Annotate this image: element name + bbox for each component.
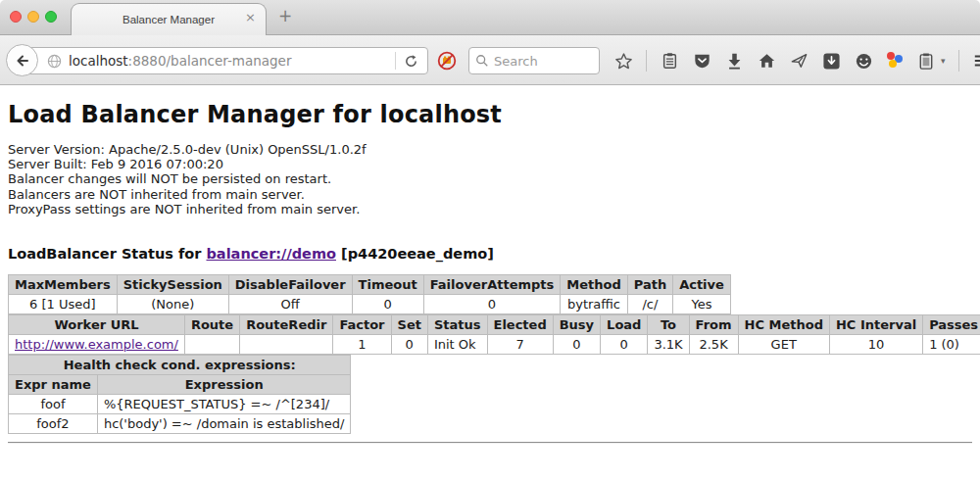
col-to: To	[648, 315, 689, 335]
val-passes: 1 (0)	[923, 335, 980, 355]
tab-balancer-manager[interactable]: Balancer Manager ×	[71, 3, 267, 35]
col-route: Route	[184, 315, 239, 335]
val-expression-foof2: hc('body') =~ /domain is established/	[97, 414, 351, 434]
url-text[interactable]: localhost:8880/balancer-manager	[69, 53, 395, 69]
col-failoverattempts: FailoverAttempts	[423, 275, 561, 295]
url-bar[interactable]: localhost:8880/balancer-manager	[23, 47, 428, 74]
col-worker-url: Worker URL	[9, 315, 185, 335]
search-icon	[475, 54, 489, 68]
col-expression: Expression	[97, 375, 351, 395]
balancer-demo-link[interactable]: balancer://demo	[206, 246, 336, 262]
addon-dots-icon[interactable]	[886, 52, 904, 70]
col-path: Path	[627, 275, 672, 295]
val-routeredir	[240, 335, 333, 355]
inherit-note-line: Balancers are NOT inherited from main se…	[8, 187, 972, 202]
status-heading-suffix: [p4420eeae_demo]	[336, 246, 494, 262]
globe-icon	[47, 54, 62, 69]
health-row-foof: foof %{REQUEST_STATUS} =~ /^[234]/	[9, 395, 351, 414]
col-factor: Factor	[333, 315, 391, 335]
download-panel-icon[interactable]	[821, 51, 841, 71]
val-expr-name-foof2: foof2	[9, 414, 98, 434]
page-content: Load Balancer Manager for localhost Serv…	[0, 86, 980, 481]
proxypass-note-line: ProxyPass settings are NOT inherited fro…	[8, 202, 972, 216]
val-stickysession: (None)	[117, 295, 228, 314]
toolbar-divider	[646, 50, 647, 72]
loadbalancer-status-heading: LoadBalancer Status for balancer://demo …	[8, 246, 972, 262]
browser-window: Balancer Manager × + localhost:8880/bala…	[0, 0, 980, 481]
toolbar-icons: ▾	[613, 47, 980, 74]
page-title: Load Balancer Manager for localhost	[8, 101, 972, 128]
feedback-smiley-icon[interactable]	[854, 51, 873, 71]
val-set: 0	[391, 335, 427, 355]
col-hc-interval: HC Interval	[829, 315, 922, 335]
persist-note-line: Balancer changes will NOT be persisted o…	[8, 171, 972, 186]
val-to: 3.1K	[648, 335, 689, 355]
menu-hamburger-icon[interactable]	[972, 51, 980, 71]
worker-data-row: http://www.example.com/ 1 0 Init Ok 7 0 …	[9, 335, 980, 355]
new-tab-button[interactable]: +	[278, 8, 292, 24]
col-disablefailover: DisableFailover	[228, 275, 352, 295]
val-timeout: 0	[352, 295, 423, 314]
col-busy: Busy	[553, 315, 600, 335]
bottom-divider	[8, 442, 972, 444]
val-hc-method: GET	[738, 335, 829, 355]
bookmark-star-icon[interactable]	[613, 51, 633, 71]
health-header-row: Expr name Expression	[9, 375, 351, 395]
val-expression-foof: %{REQUEST_STATUS} =~ /^[234]/	[97, 395, 351, 414]
val-busy: 0	[553, 335, 600, 355]
search-box[interactable]	[468, 47, 600, 74]
status-heading-prefix: LoadBalancer Status for	[8, 246, 206, 262]
pocket-icon[interactable]	[692, 51, 711, 71]
toolbar-divider-2	[958, 50, 959, 72]
col-passes: Passes	[923, 315, 980, 335]
downloads-icon[interactable]	[724, 51, 744, 71]
reload-icon[interactable]	[404, 54, 418, 69]
col-status: Status	[427, 315, 487, 335]
close-window-button[interactable]	[10, 11, 22, 23]
val-from: 2.5K	[689, 335, 738, 355]
home-icon[interactable]	[757, 51, 776, 71]
health-check-table: Health check cond. expressions: Expr nam…	[8, 355, 351, 434]
share-icon[interactable]	[789, 51, 808, 71]
balancer-data-row: 6 [1 Used] (None) Off 0 0 bytraffic /c/ …	[9, 295, 731, 314]
col-stickysession: StickySession	[117, 275, 228, 295]
val-elected: 7	[487, 335, 553, 355]
balancer-header-row: MaxMembers StickySession DisableFailover…	[9, 275, 731, 295]
col-hc-method: HC Method	[738, 315, 829, 335]
back-arrow-icon	[15, 53, 30, 69]
server-built-line: Server Built: Feb 9 2016 07:00:20	[8, 157, 972, 171]
chevron-down-icon[interactable]: ▾	[941, 56, 946, 66]
health-table-title: Health check cond. expressions:	[9, 356, 351, 375]
val-method: bytraffic	[561, 295, 627, 314]
col-elected: Elected	[487, 315, 553, 335]
blocked-glyph-icon	[437, 51, 457, 71]
worker-url-link[interactable]: http://www.example.com/	[15, 337, 178, 352]
col-expr-name: Expr name	[9, 375, 98, 395]
col-timeout: Timeout	[352, 275, 423, 295]
plugin-blocked-icon[interactable]	[437, 51, 457, 71]
urlbar-divider	[395, 52, 396, 70]
val-path: /c/	[627, 295, 672, 314]
col-active: Active	[673, 275, 731, 295]
tab-close-icon[interactable]: ×	[245, 11, 256, 24]
col-hc-from: From	[689, 315, 738, 335]
url-path: :8880/balancer-manager	[128, 53, 292, 69]
session-manager-icon[interactable]	[916, 51, 936, 71]
search-input[interactable]	[494, 54, 582, 69]
val-disablefailover: Off	[228, 295, 352, 314]
minimize-window-button[interactable]	[27, 11, 39, 23]
zoom-window-button[interactable]	[45, 11, 57, 23]
val-hc-interval: 10	[829, 335, 922, 355]
tab-bar: Balancer Manager × +	[0, 0, 980, 35]
reading-list-icon[interactable]	[660, 51, 679, 71]
back-button[interactable]	[6, 44, 38, 76]
col-load: Load	[601, 315, 648, 335]
server-info: Server Version: Apache/2.5.0-dev (Unix) …	[8, 142, 972, 216]
val-load: 0	[601, 335, 648, 355]
health-row-foof2: foof2 hc('body') =~ /domain is establish…	[9, 414, 351, 434]
url-host: localhost	[69, 53, 128, 69]
server-version-line: Server Version: Apache/2.5.0-dev (Unix) …	[8, 142, 972, 157]
worker-header-row: Worker URL Route RouteRedir Factor Set S…	[9, 315, 980, 335]
col-method: Method	[561, 275, 627, 295]
val-factor: 1	[333, 335, 391, 355]
